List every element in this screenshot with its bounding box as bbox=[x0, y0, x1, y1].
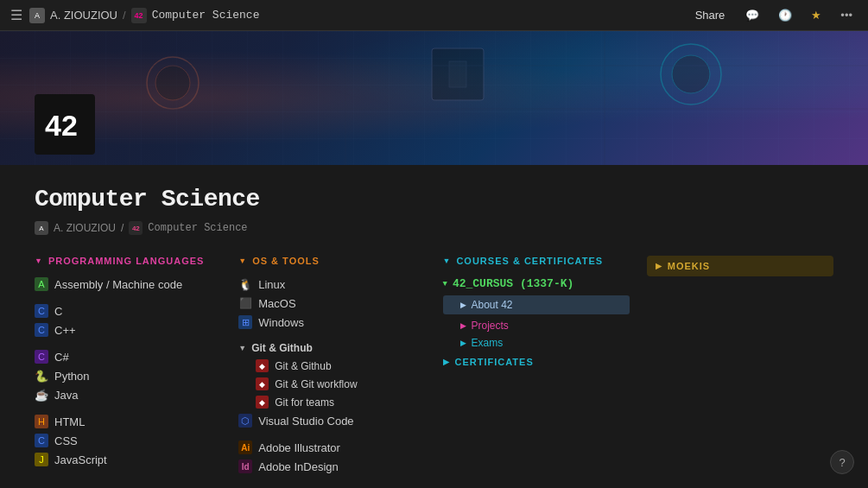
css-icon: C bbox=[35, 434, 48, 447]
section-header-programming[interactable]: ▼ PROGRAMMING LANGUAGES bbox=[35, 256, 221, 266]
svg-rect-5 bbox=[449, 61, 466, 87]
list-item[interactable]: Ai Adobe Illustrator bbox=[238, 438, 425, 457]
svg-text:42: 42 bbox=[45, 109, 78, 142]
cpp-icon: C bbox=[35, 323, 48, 337]
page-content: Computer Science A A. ZIOUZIOU / 42 Comp… bbox=[0, 165, 868, 488]
list-item[interactable]: C C# bbox=[35, 347, 221, 366]
about-item[interactable]: ▶ About 42 bbox=[443, 295, 630, 314]
hero-banner: 42 bbox=[0, 31, 868, 165]
help-button[interactable]: ? bbox=[830, 450, 854, 474]
triangle-icon: ▶ bbox=[656, 262, 662, 270]
git-icon: ◆ bbox=[256, 359, 269, 372]
breadcrumb-sep: / bbox=[121, 222, 124, 234]
col-os-tools: ▼ OS & TOOLS 🐧 Linux ⬛ MacOS ⊞ Windows bbox=[238, 256, 442, 476]
projects-label: Projects bbox=[472, 320, 509, 332]
list-item[interactable]: ☕ Java bbox=[35, 385, 221, 404]
col-courses: ▼ COURSES & CERTIFICATES ▼ 42_CURSUS (13… bbox=[443, 256, 647, 370]
git-teams-icon: ◆ bbox=[256, 396, 269, 409]
list-item[interactable]: Id Adobe InDesign bbox=[238, 457, 425, 476]
topbar-left: ☰ A A. ZIOUZIOU / 42 Computer Science bbox=[10, 7, 259, 23]
cursus-label: 42_CURSUS (1337-K) bbox=[453, 277, 573, 290]
cs-icon: C bbox=[35, 350, 48, 364]
hero-circuit-svg bbox=[0, 31, 868, 165]
triangle-icon: ▼ bbox=[443, 257, 452, 265]
section-label-courses: COURSES & CERTIFICATES bbox=[456, 256, 603, 266]
git-subheader[interactable]: ▼ Git & Github bbox=[238, 339, 425, 357]
history-button[interactable]: 🕐 bbox=[773, 7, 797, 23]
item-label: Visual Studio Code bbox=[258, 415, 353, 428]
item-label: Windows bbox=[258, 316, 304, 329]
list-item[interactable]: ⬛ MacOS bbox=[238, 294, 425, 313]
section-label-os: OS & TOOLS bbox=[252, 256, 320, 266]
item-label: C++ bbox=[54, 324, 76, 337]
columns-container: ▼ PROGRAMMING LANGUAGES A Assembly / Mac… bbox=[35, 256, 833, 476]
topbar-sep: / bbox=[123, 9, 126, 22]
ai-icon: Ai bbox=[238, 440, 252, 454]
item-label: C# bbox=[54, 351, 69, 364]
certs-header[interactable]: ▶ CERTIFICATES bbox=[443, 352, 630, 370]
html-icon: H bbox=[35, 415, 48, 428]
item-label: Adobe InDesign bbox=[258, 460, 339, 473]
breadcrumb-username[interactable]: A. ZIOUZIOU bbox=[54, 222, 116, 234]
list-item[interactable]: 🐧 Linux bbox=[238, 275, 425, 294]
divider bbox=[35, 404, 221, 412]
windows-icon: ⊞ bbox=[238, 315, 252, 329]
section-header-courses[interactable]: ▼ COURSES & CERTIFICATES bbox=[443, 256, 630, 266]
os-list: 🐧 Linux ⬛ MacOS ⊞ Windows bbox=[238, 275, 425, 339]
breadcrumb-page[interactable]: Computer Science bbox=[148, 222, 247, 234]
list-item[interactable]: 🐍 Python bbox=[35, 366, 221, 385]
divider bbox=[238, 332, 425, 339]
cursus-header[interactable]: ▼ 42_CURSUS (1337-K) bbox=[443, 275, 630, 293]
item-label: Assembly / Machine code bbox=[54, 278, 182, 291]
star-button[interactable]: ★ bbox=[806, 7, 827, 23]
certs-label: CERTIFICATES bbox=[455, 357, 534, 367]
triangle-icon: ▶ bbox=[460, 339, 466, 347]
moekis-section[interactable]: ▶ MOEKIS bbox=[647, 256, 833, 276]
list-item[interactable]: C C bbox=[35, 301, 221, 320]
topbar-page-title[interactable]: Computer Science bbox=[152, 9, 260, 22]
list-item[interactable]: A Assembly / Machine code bbox=[35, 275, 221, 294]
list-item[interactable]: J JavaScript bbox=[35, 450, 221, 469]
item-label: Adobe Illustrator bbox=[258, 441, 340, 454]
item-label: CSS bbox=[54, 434, 78, 447]
projects-item[interactable]: ▶ Projects bbox=[443, 317, 630, 334]
triangle-icon: ▶ bbox=[460, 321, 466, 330]
git-workflow-icon: ◆ bbox=[256, 377, 269, 390]
c-icon: C bbox=[35, 304, 48, 318]
more-button[interactable]: ••• bbox=[835, 7, 858, 23]
git-teams-item[interactable]: ◆ Git for teams bbox=[238, 393, 425, 411]
asm-icon: A bbox=[35, 277, 48, 291]
triangle-icon: ▼ bbox=[35, 257, 43, 265]
list-item[interactable]: ⬡ Visual Studio Code bbox=[238, 411, 425, 430]
git-workflow-item[interactable]: ◆ Git & Git workflow bbox=[238, 375, 425, 393]
col-programming: ▼ PROGRAMMING LANGUAGES A Assembly / Mac… bbox=[35, 256, 238, 469]
topbar: ☰ A A. ZIOUZIOU / 42 Computer Science Sh… bbox=[0, 0, 868, 31]
menu-icon[interactable]: ☰ bbox=[10, 7, 22, 23]
topbar-right: Share 💬 🕐 ★ ••• bbox=[688, 7, 858, 23]
python-icon: 🐍 bbox=[35, 369, 48, 383]
list-item[interactable]: H HTML bbox=[35, 412, 221, 431]
id-icon: Id bbox=[238, 459, 252, 473]
tools-list: ⬡ Visual Studio Code Ai Adobe Illustrato… bbox=[238, 411, 425, 476]
comment-button[interactable]: 💬 bbox=[740, 7, 764, 23]
item-label: Java bbox=[54, 389, 78, 402]
git-label: Git & Github bbox=[251, 342, 313, 354]
triangle-icon: ▶ bbox=[443, 358, 450, 366]
item-label: Git & Git workflow bbox=[275, 378, 357, 390]
topbar-username[interactable]: A. ZIOUZIOU bbox=[50, 9, 117, 22]
page-title: Computer Science bbox=[35, 186, 833, 212]
list-item[interactable]: ⊞ Windows bbox=[238, 313, 425, 332]
moekis-label: MOEKIS bbox=[668, 261, 710, 271]
git-item[interactable]: ◆ Git & Github bbox=[238, 357, 425, 375]
linux-icon: 🐧 bbox=[238, 277, 252, 291]
item-label: HTML bbox=[54, 415, 85, 428]
list-item[interactable]: C CSS bbox=[35, 431, 221, 450]
topbar-user-avatar: A bbox=[29, 8, 45, 23]
exams-item[interactable]: ▶ Exams bbox=[443, 334, 630, 352]
section-header-os[interactable]: ▼ OS & TOOLS bbox=[238, 256, 425, 266]
list-item[interactable]: C C++ bbox=[35, 320, 221, 339]
js-icon: J bbox=[35, 453, 48, 466]
about-label: About 42 bbox=[472, 299, 513, 311]
col-moekis: ▶ MOEKIS bbox=[647, 256, 833, 276]
share-button[interactable]: Share bbox=[688, 7, 732, 23]
